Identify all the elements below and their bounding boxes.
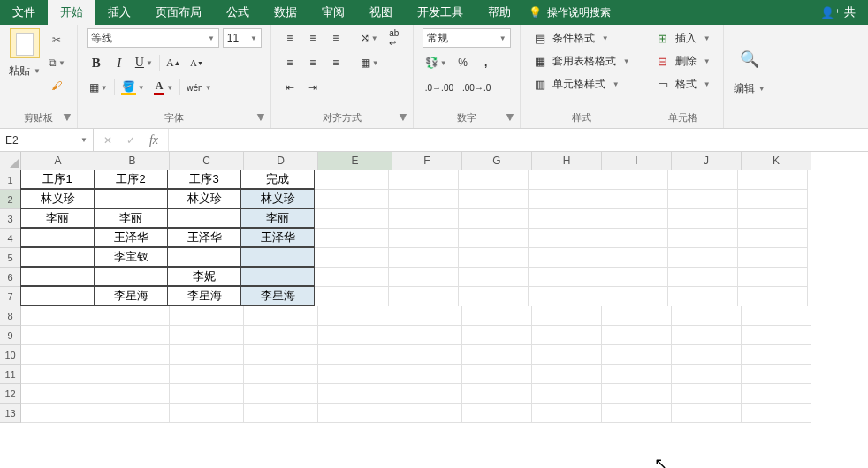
tab-data[interactable]: 数据 [262,0,309,25]
cell[interactable] [462,365,532,384]
cell[interactable]: 李丽 [240,208,315,228]
cell[interactable] [602,306,672,326]
font-color-button[interactable]: A▼ [151,78,177,97]
cell[interactable] [529,209,598,229]
cell[interactable] [672,404,742,423]
cell[interactable] [668,229,738,248]
align-middle-button[interactable]: ≡ [303,28,323,48]
format-cells-button[interactable]: ▭格式▼ [652,74,714,94]
tab-formulas[interactable]: 公式 [214,0,262,25]
comma-button[interactable]: , [476,53,496,72]
cell[interactable] [529,248,598,268]
row-header[interactable]: 13 [0,404,21,423]
cell[interactable] [170,384,244,404]
column-header[interactable]: F [392,152,462,170]
column-header[interactable]: H [532,152,602,170]
column-header[interactable]: J [672,152,742,170]
cell[interactable] [672,345,742,365]
column-header[interactable]: G [462,152,532,170]
tab-page-layout[interactable]: 页面布局 [143,0,214,25]
row-header[interactable]: 12 [0,384,21,404]
italic-button[interactable]: I [110,53,129,72]
cell[interactable] [602,404,672,423]
cell[interactable] [459,248,529,268]
cell[interactable]: 李妮 [167,267,241,286]
dialog-launcher-icon[interactable]: ⯆ [256,110,265,125]
share-button[interactable]: 👤⁺ 共 [815,0,861,25]
cell[interactable] [672,306,742,326]
cell[interactable] [598,229,668,248]
cell[interactable] [240,247,315,267]
insert-cells-button[interactable]: ⊞插入▼ [652,28,714,48]
accounting-format-button[interactable]: 💱▼ [423,53,450,72]
row-header[interactable]: 11 [0,365,21,384]
cell[interactable] [602,345,672,365]
orientation-button[interactable]: ⤭▼ [358,28,381,48]
align-bottom-button[interactable]: ≡ [326,28,346,48]
dialog-launcher-icon[interactable]: ⯆ [63,110,72,125]
row-header[interactable]: 7 [0,287,21,306]
copy-button[interactable]: ⧉▼ [46,53,68,72]
cell[interactable] [668,268,738,287]
column-header[interactable]: D [244,152,318,170]
cell[interactable] [21,326,95,345]
decrease-font-button[interactable]: A▼ [187,53,206,72]
cell[interactable] [21,384,95,404]
cell[interactable] [459,170,529,190]
cell[interactable] [389,170,459,190]
cell[interactable] [462,384,532,404]
cell[interactable] [389,190,459,209]
row-header[interactable]: 2 [0,190,21,209]
cell[interactable]: 王泽华 [94,228,168,247]
cell[interactable] [598,209,668,229]
cell[interactable]: 林义珍 [20,189,95,208]
wrap-text-button[interactable]: ab↩ [385,28,404,48]
border-button[interactable]: ▦▼ [87,78,110,97]
cell[interactable] [529,229,598,248]
row-header[interactable]: 6 [0,268,21,287]
row-header[interactable]: 3 [0,209,21,229]
cell[interactable] [738,229,808,248]
cell[interactable] [21,365,95,384]
row-header[interactable]: 1 [0,170,21,190]
cell[interactable] [170,306,244,326]
cell[interactable] [459,190,529,209]
cell[interactable] [392,365,462,384]
row-header[interactable]: 10 [0,345,21,365]
cell[interactable]: 王泽华 [167,228,241,247]
decrease-decimal-button[interactable]: .00→.0 [460,78,493,97]
cell[interactable] [167,247,241,267]
formula-cancel-button[interactable]: ✕ [97,131,118,150]
cell[interactable] [315,229,389,248]
cell[interactable] [602,326,672,345]
format-painter-button[interactable]: 🖌 [47,76,66,95]
cell[interactable] [315,209,389,229]
cell[interactable] [95,384,170,404]
name-box[interactable]: E2 ▼ [0,129,94,151]
cell[interactable] [95,404,170,423]
cut-button[interactable]: ✂ [47,30,66,49]
select-all-corner[interactable] [0,152,21,170]
cell[interactable] [532,365,602,384]
cell[interactable] [738,287,808,306]
cell[interactable] [389,229,459,248]
cell[interactable] [668,209,738,229]
cell[interactable] [21,306,95,326]
column-header[interactable]: E [318,152,392,170]
cell[interactable] [738,190,808,209]
cell[interactable] [462,345,532,365]
cell[interactable] [318,326,392,345]
cell[interactable] [318,306,392,326]
cell[interactable] [598,170,668,190]
cell[interactable] [244,404,318,423]
cell[interactable]: 王泽华 [240,228,315,247]
cell[interactable] [742,306,811,326]
cell[interactable] [389,248,459,268]
cell[interactable] [318,365,392,384]
cell[interactable] [318,404,392,423]
cell[interactable] [738,170,808,190]
cell[interactable]: 李星海 [167,286,241,306]
cell[interactable] [742,384,811,404]
cell[interactable] [95,365,170,384]
column-header[interactable]: B [95,152,170,170]
